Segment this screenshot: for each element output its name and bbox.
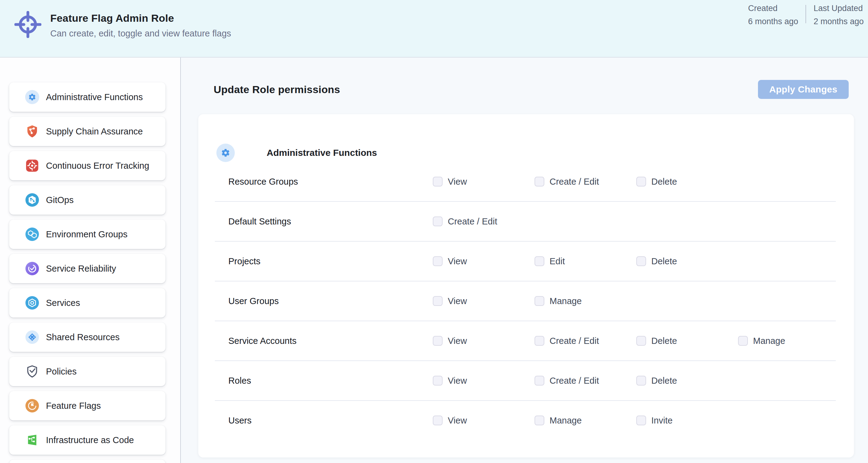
checkbox-resource-groups-create-edit[interactable] [534,177,544,187]
shield-branch-icon [25,124,39,138]
meta-divider [805,5,806,23]
sidebar-item-label: Environment Groups [46,229,127,239]
permission-option: View [433,416,534,426]
shared-resources-icon [25,330,39,344]
error-target-icon [25,159,39,173]
permission-label: Create / Edit [550,376,599,386]
permission-option: Delete [636,376,738,386]
page: Feature Flag Admin Role Can create, edit… [0,0,868,463]
permission-option: Delete [636,336,738,346]
sidebar-item-infrastructure-as-code[interactable]: Infrastructure as Code [9,425,165,455]
permission-label: View [448,296,467,306]
table-row-projects: Projects View Edit Delete [215,242,836,281]
sidebar-item-environment-groups[interactable]: Environment Groups [9,220,165,249]
permission-label: Invite [651,416,673,426]
permission-label: Manage [550,416,582,426]
checkbox-service-accounts-view[interactable] [433,336,442,346]
environment-groups-icon [25,227,39,241]
checkbox-roles-delete[interactable] [636,376,646,386]
checkbox-roles-view[interactable] [433,376,442,386]
sidebar-item-policies[interactable]: Policies [9,357,165,386]
section-title: Administrative Functions [267,147,377,158]
checkbox-resource-groups-view[interactable] [433,177,442,187]
policies-shield-icon [25,364,39,378]
sidebar-item-label: Services [46,298,80,308]
section-header: Administrative Functions [216,144,377,162]
permission-option: Create / Edit [534,177,636,187]
permission-label: View [448,336,467,346]
sidebar-item-continuous-error-tracking[interactable]: Continuous Error Tracking [9,151,165,180]
checkbox-projects-delete[interactable] [636,256,646,266]
created-value: 6 months ago [748,17,799,26]
checkbox-roles-create-edit[interactable] [534,376,544,386]
checkbox-default-settings-create-edit[interactable] [433,217,442,226]
permission-option: View [433,256,534,266]
role-header: Feature Flag Admin Role Can create, edit… [0,0,868,58]
permission-label: Delete [651,177,677,187]
sidebar-list: Administrative Functions Supply Chain As… [0,58,180,463]
last-updated-meta: Last Updated 2 months ago [813,4,864,26]
checkbox-projects-view[interactable] [433,256,442,266]
checkbox-service-accounts-delete[interactable] [636,336,646,346]
sidebar-item-gitops[interactable]: GitOps [9,185,165,214]
table-row-roles: Roles View Create / Edit Delete [215,361,836,400]
created-label: Created [748,4,799,13]
role-target-icon [14,11,42,38]
checkbox-resource-groups-delete[interactable] [636,177,646,187]
permission-label: Delete [651,336,677,346]
permission-label: Create / Edit [550,177,599,187]
permission-option: Create / Edit [534,376,636,386]
sidebar-item-label: Administrative Functions [46,92,143,102]
created-meta: Created 6 months ago [748,4,799,26]
sidebar-item-services[interactable]: Services [9,288,165,318]
resource-label: Roles [228,376,433,386]
resource-label: Default Settings [228,217,433,227]
checkbox-projects-edit[interactable] [534,256,544,266]
permission-option: View [433,376,534,386]
gear-icon [25,90,39,104]
main-header: Update Role permissions Apply Changes [198,80,854,99]
gear-icon [216,144,235,162]
table-row-divider: User Groups View Manage [215,282,836,321]
table-row-divider: Roles View Create / Edit Delete [215,361,836,401]
table-row-divider: Projects View Edit Delete [215,242,836,282]
permission-label: Delete [651,256,677,266]
checkbox-user-groups-manage[interactable] [534,296,544,306]
permission-label: Delete [651,376,677,386]
body-row: Administrative Functions Supply Chain As… [0,58,868,463]
checkbox-users-view[interactable] [433,416,442,425]
sidebar-item-label: Policies [46,367,76,377]
sidebar-item-partial[interactable] [9,460,165,463]
sidebar-item-administrative-functions[interactable]: Administrative Functions [9,82,165,112]
permissions-card-header: Administrative Functions [198,114,854,162]
sidebar-item-shared-resources[interactable]: Shared Resources [9,323,165,352]
permission-option: Manage [738,336,840,346]
permission-option: View [433,296,534,306]
sidebar-item-feature-flags[interactable]: Feature Flags [9,391,165,421]
sidebar-item-label: Supply Chain Assurance [46,127,143,137]
permission-label: Create / Edit [448,217,497,227]
permission-label: View [448,416,467,426]
table-row-resource-groups: Resource Groups View Create / Edit Delet… [215,162,836,201]
checkbox-service-accounts-manage[interactable] [738,336,748,346]
sidebar-item-label: Infrastructure as Code [46,435,134,445]
checkbox-user-groups-view[interactable] [433,296,442,306]
permissions-main: Update Role permissions Apply Changes Ad… [181,58,868,463]
sidebar-item-service-reliability[interactable]: Service Reliability [9,254,165,283]
permission-option: Invite [636,416,738,426]
table-row-divider: Users View Manage Invite [215,401,836,440]
table-row-divider: Resource Groups View Create / Edit Delet… [215,162,836,202]
sidebar-item-supply-chain-assurance[interactable]: Supply Chain Assurance [9,117,165,146]
checkbox-service-accounts-create-edit[interactable] [534,336,544,346]
permission-label: Manage [550,296,582,306]
permission-label: View [448,177,467,187]
resource-label: Service Accounts [228,336,433,346]
apply-changes-button[interactable]: Apply Changes [758,80,849,99]
resource-label: Users [228,416,433,426]
sidebar-item-label: Feature Flags [46,401,101,411]
checkbox-users-invite[interactable] [636,416,646,425]
table-row-divider: Service Accounts View Create / Edit Dele… [215,321,836,361]
permission-option: View [433,177,534,187]
service-reliability-icon [25,262,39,275]
checkbox-users-manage[interactable] [534,416,544,425]
